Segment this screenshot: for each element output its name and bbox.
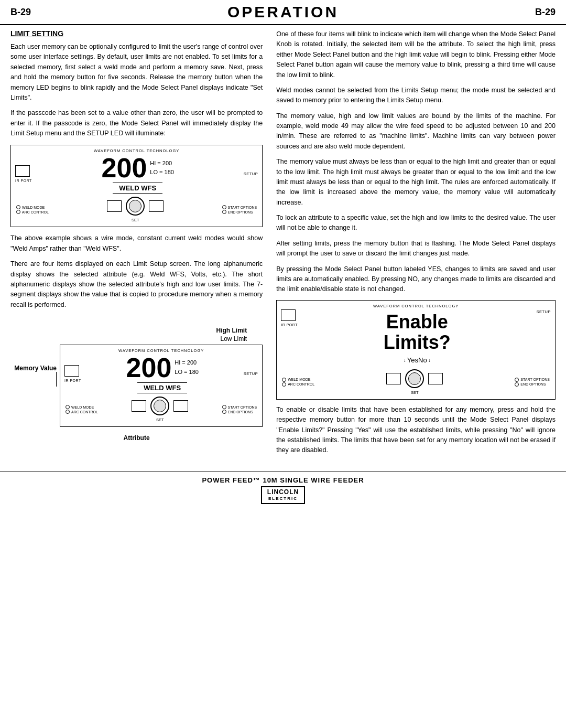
panel1-btn-left	[107, 200, 122, 212]
no-item: No ↓	[418, 356, 431, 364]
panel2-weld-mode-text: WELD MODE	[71, 405, 94, 409]
enable-panel: WAVEFORM CONTROL TECHNOLOGY IR PORT Enab…	[276, 300, 556, 400]
panel2-arc-control-text: ARC CONTROL	[71, 410, 98, 414]
start-options-circle	[222, 205, 226, 209]
lincoln-logo: LINCOLN ELECTRIC	[261, 486, 305, 504]
panel2-bottom-left: WELD MODE ARC CONTROL	[66, 405, 98, 414]
enable-knob	[405, 369, 424, 388]
enable-end-options-circle	[515, 382, 519, 387]
enable-line1: Enable	[384, 312, 451, 333]
arc-control-circle	[16, 210, 20, 214]
panel1-bottom-center: SET	[107, 197, 164, 222]
panel1-btn-right	[149, 200, 164, 212]
panel2-annotated-wrapper: High Limit Low Limit Memory Value WAVEFO…	[10, 327, 263, 442]
no-arrow: ↓	[428, 357, 431, 363]
enable-set-label: SET	[411, 390, 419, 395]
panel2-weld-mode-circle	[66, 405, 70, 409]
enable-end-options-text: END OPTIONS	[520, 382, 546, 386]
panel1-arc-control-label: ARC CONTROL	[16, 210, 49, 214]
no-label: No	[418, 356, 427, 364]
enable-display-big: Enable Limits?	[384, 309, 451, 355]
enable-start-options-text: START OPTIONS	[520, 378, 550, 381]
enable-bottom-left: WELD MODE ARC CONTROL	[282, 378, 314, 387]
panel1-set-label: SET	[132, 218, 139, 222]
panel1-bottom-left: WELD MODE ARC CONTROL	[16, 205, 49, 214]
enable-panel-right: SETUP	[536, 309, 551, 314]
page: B-29 OPERATION B-29 LIMIT SETTING Each u…	[0, 0, 566, 728]
end-options-circle	[222, 210, 226, 214]
panel1-weld-label: WELD WFS	[113, 183, 162, 194]
panel1-hi: HI = 200	[150, 159, 174, 168]
yes-label: Yes	[407, 356, 418, 364]
label-memory-value: Memory Value	[14, 365, 57, 372]
enable-btn-left	[386, 373, 401, 384]
enable-ir-port-box	[281, 309, 296, 321]
section-title: LIMIT SETTING	[10, 29, 263, 38]
header-title: OPERATION	[52, 3, 514, 21]
left-column: LIMIT SETTING Each user memory can be op…	[10, 29, 272, 461]
enable-bottom-right: START OPTIONS END OPTIONS	[515, 378, 550, 387]
right-column: One of these four items will blink to in…	[272, 29, 556, 461]
panel1-hi-lo: HI = 200 LO = 180	[150, 159, 174, 177]
panel2-center: 200 HI = 200 LO = 180 WELD WFS	[81, 354, 244, 393]
enable-weld-mode-text: WELD MODE	[288, 378, 310, 381]
panel1-start-options: START OPTIONS	[222, 205, 257, 209]
panel2-ir-port-label: IR PORT	[64, 379, 81, 382]
enable-weld-mode-circle	[282, 378, 286, 382]
panel1-display: 200 HI = 200 LO = 180	[102, 154, 174, 181]
yes-arrow: ↓	[404, 357, 406, 363]
enable-arc-control-circle	[282, 382, 286, 387]
panel1-arc-control-text: ARC CONTROL	[22, 210, 49, 214]
header: B-29 OPERATION B-29	[0, 0, 566, 25]
content: LIMIT SETTING Each user memory can be op…	[0, 29, 566, 461]
panel2-bottom: WELD MODE ARC CONTROL	[64, 397, 258, 422]
panel2-start-options: START OPTIONS	[222, 405, 257, 409]
panel1-start-options-text: START OPTIONS	[228, 206, 257, 209]
ir-port-box	[15, 165, 30, 177]
panel2-main: IR PORT 200 HI = 200 LO = 180	[64, 354, 258, 393]
panel2-display: 200 HI = 200 LO = 180	[126, 354, 199, 381]
panel2-knob-inner	[154, 400, 166, 412]
panel2-btn-right	[173, 400, 188, 412]
enable-setup: SETUP	[536, 309, 551, 314]
panel1-left: IR PORT	[15, 165, 32, 183]
panel1-main: IR PORT 200 HI = 200 LO = 180 WELD WFS	[15, 154, 258, 194]
panel2-weld-label: WELD WFS	[137, 382, 187, 393]
enable-start-options-circle	[515, 378, 519, 382]
enable-panel-main: IR PORT Enable Limits? ↓ Yes	[281, 309, 551, 366]
enable-knob-inner	[408, 372, 421, 385]
right-para8: To enable or disable limits that have be…	[276, 405, 556, 456]
panel2-knob	[150, 397, 169, 415]
right-para3: The memory value, high and low limit val…	[276, 111, 556, 152]
panel2-left: IR PORT	[64, 365, 81, 382]
panel1-center: 200 HI = 200 LO = 180 WELD WFS	[32, 154, 244, 194]
lincoln-brand-line2: ELECTRIC	[267, 496, 299, 501]
panel2-diagram-row: Memory Value WAVEFORM CONTROL TECHNOLOGY…	[10, 345, 263, 427]
right-para6: After setting limits, press the memory b…	[276, 239, 556, 259]
enable-bottom-center: SET	[386, 369, 443, 395]
enable-arc-control-row: ARC CONTROL	[282, 382, 314, 387]
lincoln-brand-line1: LINCOLN	[267, 488, 299, 497]
enable-start-options: START OPTIONS	[515, 378, 550, 382]
enable-panel-left: IR PORT	[281, 309, 298, 327]
header-right: B-29	[514, 7, 556, 18]
left-para3: The above example shows a wire mode, con…	[10, 233, 263, 254]
left-para4: There are four items displayed on each L…	[10, 259, 263, 310]
panel2-top-annotations: High Limit	[10, 327, 247, 334]
yes-item: ↓ Yes	[404, 356, 418, 364]
label-low-limit: Low Limit	[221, 335, 247, 342]
panel1-end-options: END OPTIONS	[222, 210, 253, 214]
enable-panel-bottom: WELD MODE ARC CONTROL	[281, 369, 551, 395]
panel1-big-number: 200	[102, 154, 147, 181]
panel2-weld-mode-row: WELD MODE	[66, 405, 98, 409]
right-para4: The memory value must always be less tha…	[276, 157, 556, 208]
left-para2: If the passcode has been set to a value …	[10, 108, 263, 138]
panel2-lo: LO = 180	[175, 368, 199, 377]
enable-panel-top-label: WAVEFORM CONTROL TECHNOLOGY	[281, 304, 551, 308]
right-para1: One of these four items will blink to in…	[276, 29, 556, 80]
right-para2: Weld modes cannot be selected from the L…	[276, 85, 556, 106]
right-para7: By pressing the Mode Select Panel button…	[276, 264, 556, 295]
panel2-end-options-circle	[222, 410, 226, 414]
panel2-diagram: WAVEFORM CONTROL TECHNOLOGY IR PORT 200	[60, 345, 263, 427]
panel1-knob	[126, 197, 145, 216]
